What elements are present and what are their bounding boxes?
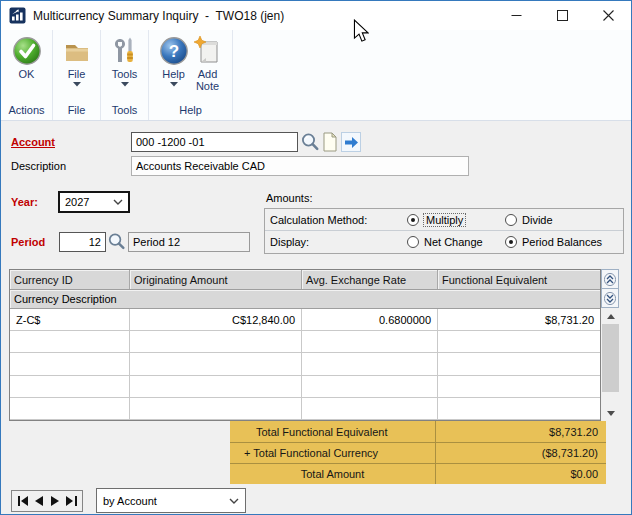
account-value: 000 -1200 -01 [136,136,205,148]
header-currency-id: Currency ID [10,270,130,289]
amounts-section-label: Amounts: [266,192,312,204]
minimize-button[interactable] [493,1,539,30]
last-record-button[interactable] [64,493,78,509]
year-value: 2027 [65,196,113,208]
first-record-icon [18,496,29,506]
cell-empty [10,331,130,352]
help-dropdown-arrow-icon [170,82,178,87]
period-label: Period [11,236,45,248]
total-amount-value: $0.00 [436,464,606,484]
total-amount-row: Total Amount $0.00 [230,463,606,484]
double-chevron-up-icon [604,273,616,286]
currency-grid: Currency ID Originating Amount Avg. Exch… [9,269,619,421]
minimize-icon [511,10,522,21]
header-functional-equivalent: Functional Equivalent [438,270,600,289]
magnifier-icon [107,232,126,251]
grid-subheader-currency-description: Currency Description [10,290,600,309]
total-functional-equivalent-label: Total Functional Equivalent [230,421,436,442]
collapse-rows-button[interactable] [601,269,619,289]
ribbon-group-file-label: File [53,101,100,120]
radio-period-balances[interactable]: Period Balances [505,236,603,248]
table-row[interactable]: Z-C$ C$12,840.00 0.6800000 $8,731.20 [10,309,600,331]
ok-button-label: OK [19,68,35,80]
previous-record-icon [35,496,43,506]
radio-multiply[interactable]: Multiply [407,214,505,226]
cell-avg-exchange-rate: 0.6800000 [302,309,438,330]
account-note-button[interactable] [322,132,339,152]
scrollbar-track[interactable] [602,324,619,405]
file-menu-button[interactable]: File [62,36,92,101]
calculation-method-label: Calculation Method: [270,214,407,226]
sort-by-value: by Account [103,495,229,507]
cell-empty [438,376,600,397]
ribbon-group-actions-label: Actions [1,101,52,120]
table-row-empty[interactable] [10,331,600,353]
help-menu-label: Help [162,68,185,80]
ribbon-group-actions: OK Actions [1,30,53,120]
radio-divide-label: Divide [522,214,553,226]
tools-menu-button[interactable]: Tools [110,36,140,101]
ribbon-group-tools: Tools Tools [101,30,149,120]
add-note-button[interactable]: Add Note [193,36,223,101]
sort-by-dropdown[interactable]: by Account [96,488,246,513]
period-lookup-button[interactable] [107,232,126,252]
double-chevron-down-icon [604,292,616,305]
cell-empty [10,353,130,374]
chevron-down-icon [113,199,123,205]
radio-net-change[interactable]: Net Change [407,236,505,248]
ok-button[interactable]: OK [12,36,42,101]
scroll-down-arrow-icon [607,411,615,416]
next-record-icon [51,496,59,506]
radio-multiply-circle[interactable] [407,214,419,226]
total-amount-label: Total Amount [230,464,436,484]
grid-vertical-scrollbar[interactable] [602,308,619,421]
totals-panel: Total Functional Equivalent $8,731.20 + … [230,421,606,484]
account-label[interactable]: Account [11,136,55,148]
magnifier-icon [300,132,320,152]
total-functional-currency-value: ($8,731.20) [436,443,606,463]
inquiry-form: Account 000 -1200 -01 Description Acc [1,121,631,514]
scroll-up-button[interactable] [602,308,619,324]
radio-net-change-circle[interactable] [407,236,419,248]
account-input[interactable]: 000 -1200 -01 [131,132,298,152]
radio-period-balances-circle[interactable] [505,236,517,248]
tools-dropdown-arrow-icon [121,82,129,87]
radio-divide-circle[interactable] [505,214,517,226]
account-expansion-button[interactable] [341,132,361,152]
first-record-button[interactable] [16,493,30,509]
file-dropdown-arrow-icon [73,82,81,87]
help-menu-button[interactable]: ? Help [159,36,189,101]
previous-record-button[interactable] [32,493,46,509]
account-lookup-button[interactable] [300,132,320,152]
radio-divide[interactable]: Divide [505,214,603,226]
radio-net-change-label: Net Change [424,236,483,248]
close-icon [603,10,614,21]
ribbon-empty-space [233,30,631,120]
table-row-empty[interactable] [10,353,600,375]
radio-multiply-label: Multiply [424,214,465,226]
scroll-down-button[interactable] [602,405,619,421]
close-button[interactable] [585,1,631,30]
table-row-empty[interactable] [10,398,600,420]
ribbon-group-help: ? Help Add Note Help [149,30,233,120]
grid-side-controls [601,269,619,421]
scroll-up-arrow-icon [607,314,615,319]
cell-currency-id: Z-C$ [10,309,130,330]
cell-empty [302,398,438,419]
display-row: Display: Net Change Period Balances [265,231,623,253]
description-label: Description [11,160,66,172]
maximize-button[interactable] [539,1,585,30]
amounts-options-box: Calculation Method: Multiply Divide Disp… [264,208,624,254]
total-functional-currency-label: + Total Functional Currency [230,443,436,463]
last-record-icon [66,496,77,506]
expand-rows-button[interactable] [601,288,619,308]
next-record-button[interactable] [48,493,62,509]
cell-functional-equivalent: $8,731.20 [438,309,600,330]
header-originating-amount: Originating Amount [130,270,302,289]
year-dropdown[interactable]: 2027 [58,191,130,213]
table-row-empty[interactable] [10,376,600,398]
period-input[interactable]: 12 [59,232,106,252]
ribbon-group-help-label: Help [149,101,232,120]
window-controls [493,1,631,30]
scrollbar-thumb[interactable] [602,324,619,392]
